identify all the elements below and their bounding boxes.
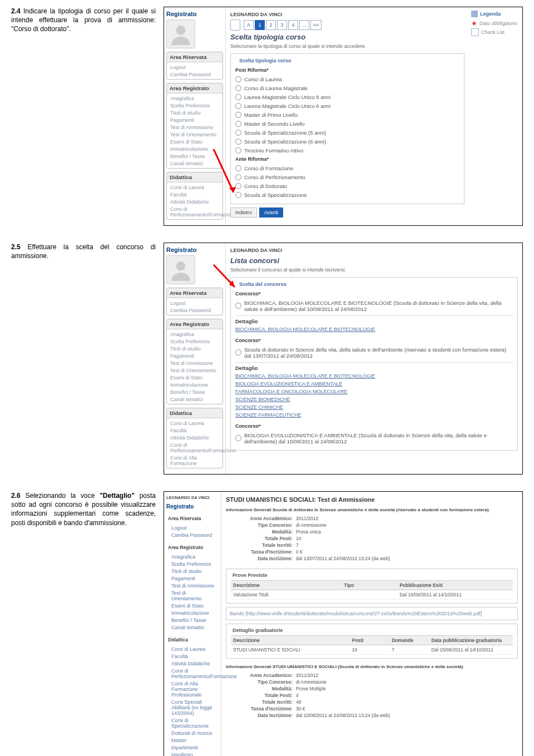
radio-option[interactable]: BIOLOGIA EVOLUZIONISTICA E AMBIENTALE (S… [235,431,513,446]
step-3[interactable]: 3 [277,20,287,30]
sidebar-item[interactable]: Immatricolazione [167,145,222,152]
sidebar-item[interactable]: Immatricolazione [167,381,222,388]
sidebar-item[interactable]: Scelta Preferenze [167,102,222,109]
username: LEONARDO DA VINCI [166,494,221,502]
radio-option[interactable]: Scuola di Specializzazione (6 anni) [235,137,459,146]
step-2[interactable]: 2 [266,20,276,30]
sidebar-item[interactable]: Esami di Stato [167,138,222,145]
sidebar-item[interactable]: Anagrafica [167,95,222,102]
sidebar-item[interactable]: Scelta Preferenze [168,560,220,567]
sidebar-item[interactable]: Scelta Preferenze [167,338,222,345]
sidebar-item[interactable]: Anagrafica [168,553,220,560]
sidebar-item[interactable]: Attività Didattiche [167,434,222,441]
sidebar-item[interactable]: Manifesto [168,751,220,756]
concorso-label: Concorso* [235,338,513,343]
box-area-registrato: Area Registrato Anagrafica Scelta Prefer… [166,83,223,169]
dettaglio-link[interactable]: SCIENZE FARMACEUTICHE [235,411,513,419]
sidebar-item[interactable]: Corsi di Perfezionamento/Formazione [167,205,222,218]
sidebar-item[interactable]: Benefici / Tasse [167,152,222,160]
sidebar-item[interactable]: Logout [167,299,222,307]
sidebar-item[interactable]: Benefici / Tasse [168,616,220,624]
radio-option[interactable]: Laurea Magistrale Ciclo Unico 5 anni [235,92,459,101]
sidebar-item[interactable]: Corsi Speciali Abilitanti (ex legge 143/… [168,698,220,717]
sidebar-item[interactable]: Dipartimenti [168,744,220,751]
sidebar-item[interactable]: Attività Didattiche [168,660,220,667]
radio-option[interactable]: Master di Secondo Livello [235,119,459,128]
radio-option[interactable]: Corso di Dottorato [235,181,459,190]
sidebar-item[interactable]: Titoli di studio [167,345,222,352]
dettaglio-link[interactable]: BIOCHIMICA, BIOLOGIA MOLECOLARE E BIOTEC… [235,372,513,380]
sidebar-item[interactable]: Corsi di Laurea [167,184,222,191]
forward-button[interactable]: Avanti [259,207,283,218]
stepper: A 1 2 3 4 ... >> [230,19,464,31]
radio-option[interactable]: Corso di Laurea [235,75,459,83]
sidebar-item[interactable]: Facoltà [167,427,222,434]
sidebar-item[interactable]: Corsi di Perfezionamento/Formazione [167,441,222,454]
sidebar-item[interactable]: Canali tematici [167,396,222,403]
radio-option[interactable]: Laurea Magistrale Ciclo Unico 6 anni [235,101,459,110]
sidebar-item[interactable]: Esami di Stato [168,602,220,609]
sidebar-item[interactable]: Cambia Password [168,531,220,538]
sidebar-item[interactable]: Cambia Password [167,307,222,314]
dettaglio-link[interactable]: SCIENZE BIOMEDICHE [235,396,513,403]
step-a[interactable]: A [244,20,254,30]
page-icon [230,19,240,31]
radio-option[interactable]: Corso di Formazione [235,164,459,172]
sidebar-item[interactable]: Corsi di Perfezionamento/Formazione [168,667,220,680]
sidebar-item[interactable]: Pagamenti [167,116,222,123]
step-number: 2.4 [11,7,21,15]
sidebar-item[interactable]: Titoli di studio [168,567,220,575]
sidebar-item[interactable]: Facoltà [168,653,220,660]
sidebar-item[interactable]: Test di Orientamento [168,589,220,602]
sidebar-item[interactable]: Logout [167,63,222,71]
sidebar-item[interactable]: Corsi di Alta Formazione Professionale [168,680,220,698]
radio-option[interactable]: Master di Primo Livello [235,110,459,119]
sidebar-item[interactable]: Pagamenti [168,575,220,582]
sidebar-item[interactable]: Pagamenti [167,352,222,359]
sidebar-item[interactable]: Test di Orientamento [167,367,222,374]
sidebar-item[interactable]: Facoltà [167,191,222,198]
sidebar-item[interactable]: Canali tematici [167,160,222,167]
sidebar-item[interactable]: Test di Ammissione [167,359,222,367]
sidebar-item[interactable]: Immatricolazione [168,609,220,616]
sidebar-item[interactable]: Master [168,737,220,744]
radio-option[interactable]: Tirocinio Formativo Attivo [235,146,459,155]
sidebar-item[interactable]: Esami di Stato [167,374,222,381]
fieldset-scelta-concorso: Scelta del concorso Concorso* BIOCHIMICA… [230,277,518,451]
sidebar-item[interactable]: Corsi di Laurea [167,419,222,427]
sidebar-item[interactable]: Anagrafica [167,330,222,338]
sidebar-item[interactable]: Canali tematici [168,624,220,631]
sidebar-item[interactable]: Dottorati di ricerca [168,729,220,737]
radio-icon [235,121,241,127]
step-4[interactable]: 4 [288,20,298,30]
sidebar-item[interactable]: Corsi di Laurea [168,645,220,653]
dettaglio-link[interactable]: FARMACOLOGIA E ONCOLOGIA MOLECOLARE [235,388,513,396]
sidebar-item[interactable]: Attività Didattiche [167,198,222,205]
sidebar-item[interactable]: Cambia Password [167,71,222,78]
dettaglio-link[interactable]: BIOLOGIA EVOLUZIONISTICA E AMBIENTALE [235,380,513,388]
radio-option[interactable]: BIOCHIMICA, BIOLOGIA MOLECOLARE E BIOTEC… [235,298,513,313]
sidebar-item[interactable]: Test di Ammissione [167,123,222,131]
step-fwd[interactable]: >> [310,20,322,30]
radio-label: Master di Primo Livello [244,112,298,118]
sidebar-item[interactable]: Titoli di studio [167,109,222,116]
ante-riforma-label: Ante Riforma* [235,156,459,162]
th-descrizione: Descrizione [233,638,352,643]
sidebar-item[interactable]: Test di Ammissione [168,582,220,589]
bando-link[interactable]: Bando [http://www.unife.it/studenti/dott… [230,610,514,617]
sidebar-item[interactable]: Logout [168,524,220,531]
back-button[interactable]: Indietro [230,207,257,218]
radio-option[interactable]: Scuola di Specializzazione (5 anni) [235,128,459,137]
radio-option[interactable]: Corso di Perfezionamento [235,172,459,181]
sidebar-item[interactable]: Corsi di Specializzazione [168,717,220,729]
th-data-pub: Data pubblicazione graduatoria [431,638,511,643]
radio-option[interactable]: Scuola di dottorato in Scienze della vit… [235,345,513,360]
dettaglio-link[interactable]: SCIENZE CHIMICHE [235,403,513,411]
sidebar-item[interactable]: Benefici / Tasse [167,388,222,396]
sidebar-item[interactable]: Test di Orientamento [167,131,222,138]
radio-option[interactable]: Corso di Laurea Magistrale [235,83,459,92]
sidebar-item[interactable]: Corsi di Alta Formazione [167,454,222,467]
radio-option[interactable]: Scuola di Specializzazione [235,190,459,199]
dettaglio-link[interactable]: BIOCHIMICA, BIOLOGIA MOLECOLARE E BIOTEC… [235,325,513,333]
step-1[interactable]: 1 [255,20,265,30]
